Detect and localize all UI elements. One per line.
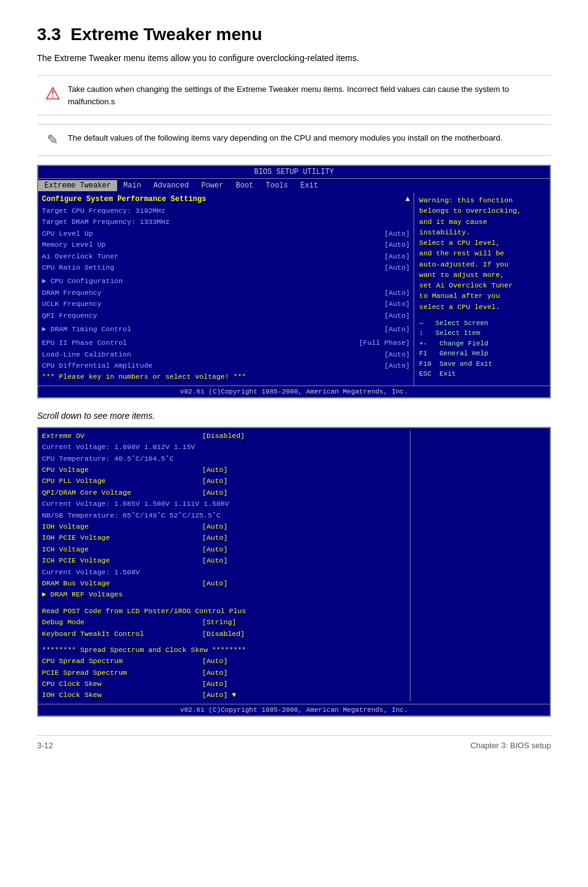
cpu-voltage-row: CPU Voltage[Auto]	[42, 464, 406, 476]
info-text: The default values of the following item…	[68, 132, 502, 144]
warning-text: Take caution when changing the settings …	[68, 83, 551, 107]
cpu-temp: CPU Temperature: 40.5˚C/104.5˚C	[42, 453, 406, 464]
ich-voltage-row: ICH Voltage[Auto]	[42, 544, 406, 555]
warning-icon: ⚠	[37, 83, 68, 104]
bios-footer-1: v02.61 (C)Copyright 1985-2008, American …	[38, 386, 550, 397]
page-number: 3-12	[37, 741, 53, 750]
extreme-ov-row: Extreme OV[Disabled]	[42, 431, 406, 442]
ioh-clock-skew-row: IOH Clock Skew[Auto] ▼	[42, 690, 406, 701]
chapter-label: Chapter 3: BIOS setup	[470, 741, 551, 750]
keyboard-tweakit-row: Keyboard TweakIt Control[Disabled]	[42, 629, 406, 640]
menu-advanced[interactable]: Advanced	[147, 180, 195, 191]
bios-left-panel-1: Configure System Performance Settings ▲ …	[38, 192, 414, 386]
bios-screenshot-1: BIOS SETUP UTILITY Extreme Tweaker Main …	[37, 165, 551, 398]
target-cpu-freq: Target CPU Frequency: 3192MHz	[42, 205, 410, 217]
bios-title-1: BIOS SETUP UTILITY	[38, 166, 550, 179]
menu-main[interactable]: Main	[117, 180, 147, 191]
info-icon: ✎	[37, 132, 68, 148]
ioh-pcie-row: IOH PCIE Voltage[Auto]	[42, 532, 406, 543]
bios-body-1: Configure System Performance Settings ▲ …	[38, 192, 550, 386]
cpu-spread-row: CPU Spread Spectrum[Auto]	[42, 656, 406, 667]
dram-bus-row: DRAM Bus Voltage[Auto]	[42, 578, 406, 589]
menu-boot[interactable]: Boot	[229, 180, 259, 191]
qpi-dram-row: QPI/DRAM Core Voltage[Auto]	[42, 487, 406, 498]
bios-section-header-1: Configure System Performance Settings ▲	[42, 195, 410, 204]
load-line-row: Load-Line Calibration[Auto]	[42, 349, 410, 360]
debug-mode-row: Debug Mode[String]	[42, 617, 406, 628]
bios-right-panel-1: Warning: this functionbelongs to overclo…	[414, 192, 550, 386]
cpu-config-submenu: ► CPU Configuration	[42, 276, 410, 287]
bios-menu-bar-1: Extreme Tweaker Main Advanced Power Boot…	[38, 179, 550, 192]
dram-timing-row: ► DRAM Timing Control[Auto]	[42, 324, 410, 335]
nb-sb-temp: NB/SB Temperature: 65˚C/149˚C 52˚C/125.5…	[42, 510, 406, 521]
menu-extreme-tweaker[interactable]: Extreme Tweaker	[38, 180, 117, 191]
target-dram-freq: Target DRAM Frequency: 1333MHz	[42, 217, 410, 228]
warning-notice: ⚠ Take caution when changing the setting…	[37, 75, 551, 115]
menu-exit[interactable]: Exit	[294, 180, 324, 191]
help-text-1: Warning: this functionbelongs to overclo…	[419, 195, 545, 312]
scroll-label: Scroll down to see more items.	[37, 411, 551, 421]
menu-power[interactable]: Power	[195, 180, 229, 191]
cpu-diff-row: CPU Differential Amplitude[Auto]	[42, 360, 410, 371]
read-post-row: Read POST Code from LCD Poster/iROG Cont…	[42, 606, 406, 617]
current-voltage-2: Current Voltage: 1.085V 1.508V 1.111V 1.…	[42, 498, 406, 510]
key-help-1: ↔ Select Screen ↕ Select Item +- Change …	[419, 318, 545, 379]
cpu-clock-skew-row: CPU Clock Skew[Auto]	[42, 679, 406, 690]
dram-ref-row: ► DRAM REF Voltages	[42, 589, 406, 600]
bios-left-panel-2: Extreme OV[Disabled] Current Voltage: 1.…	[42, 431, 410, 701]
current-voltage-3: Current Voltage: 1.508V	[42, 567, 406, 578]
bios-screenshot-2: Extreme OV[Disabled] Current Voltage: 1.…	[37, 427, 551, 717]
page-footer: 3-12 Chapter 3: BIOS setup	[37, 735, 551, 750]
bios-right-panel-2	[410, 431, 546, 701]
cpu-ratio-row: CPU Ratio Setting[Auto]	[42, 262, 410, 273]
ioh-voltage-row: IOH Voltage[Auto]	[42, 521, 406, 532]
qpi-freq-row: QPI Frequency[Auto]	[42, 310, 410, 321]
uclk-freq-row: UCLK Frequency[Auto]	[42, 299, 410, 310]
menu-tools[interactable]: Tools	[259, 180, 294, 191]
epu-phase-row: EPU II Phase Control[Full Phase]	[42, 337, 410, 349]
bios-body-2: Extreme OV[Disabled] Current Voltage: 1.…	[38, 428, 550, 704]
pcie-spread-row: PCIE Spread Spectrum[Auto]	[42, 667, 406, 679]
ai-overclock-row: Ai Overclock Tuner[Auto]	[42, 251, 410, 262]
intro-paragraph: The Extreme Tweaker menu items allow you…	[37, 53, 551, 63]
cpu-pll-row: CPU PLL Voltage[Auto]	[42, 476, 406, 487]
bios-footer-2: v02.61 (C)Copyright 1985-2008, American …	[38, 704, 550, 716]
info-notice: ✎ The default values of the following it…	[37, 124, 551, 156]
current-voltage-1: Current Voltage: 1.098V 1.812V 1.15V	[42, 442, 406, 453]
cpu-level-up-row: CPU Level Up[Auto]	[42, 228, 410, 239]
memory-level-up-row: Memory Level Up[Auto]	[42, 239, 410, 250]
dram-freq-row: DRAM Frequency[Auto]	[42, 287, 410, 299]
spread-spectrum-header: ******** Spread Spectrum and Clock Skew …	[42, 645, 406, 656]
section-title: 3.3 Extreme Tweaker menu	[37, 25, 551, 44]
ich-pcie-row: ICH PCIE Voltage[Auto]	[42, 555, 406, 566]
voltage-notice: *** Please key in numbers or select volt…	[42, 371, 410, 382]
